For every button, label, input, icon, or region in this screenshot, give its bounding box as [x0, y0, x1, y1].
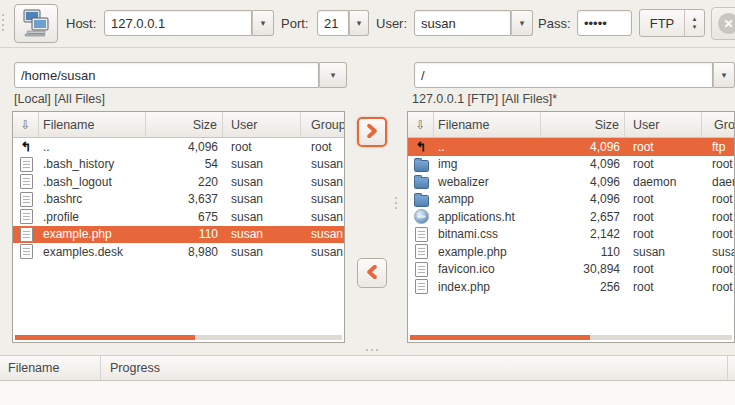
file-name: .bash_logout [39, 175, 146, 189]
table-row[interactable]: .. 4,096 root root [13, 138, 344, 156]
file-type-icon [414, 160, 429, 172]
file-size: 54 [146, 157, 223, 171]
port-input[interactable] [317, 10, 349, 36]
close-icon: ✕ [718, 13, 735, 34]
file-group: susan [301, 227, 344, 241]
remote-header-size[interactable]: Size [541, 112, 625, 137]
file-group: susan [301, 210, 344, 224]
file-name: bitnami.css [434, 227, 541, 241]
file-user: root [625, 157, 702, 171]
local-header-sort[interactable]: ⇩ [13, 112, 39, 137]
local-header-filename[interactable]: Filename [39, 112, 146, 137]
remote-path-dropdown-button[interactable]: ▾ [713, 62, 735, 88]
file-group: root [702, 280, 734, 294]
host-dropdown-button[interactable]: ▾ [252, 10, 274, 36]
file-size: 2,142 [541, 227, 625, 241]
user-input[interactable] [414, 10, 511, 36]
file-size: 4,096 [146, 140, 223, 154]
transfer-to-local-button[interactable] [357, 258, 387, 288]
local-header-group[interactable]: Group [301, 112, 344, 137]
local-path-input[interactable] [14, 62, 319, 88]
remote-list-header: ⇩ Filename Size User Group [408, 112, 734, 138]
file-size: 4,096 [541, 140, 625, 154]
file-user: susan [223, 245, 301, 259]
file-name: examples.desk [39, 245, 146, 259]
table-row[interactable]: bitnami.css 2,142 root root [408, 226, 734, 244]
toolbar-drag-handle[interactable] [2, 14, 4, 31]
local-header-user[interactable]: User [223, 112, 301, 137]
file-size: 2,657 [541, 210, 625, 224]
table-row[interactable]: img 4,096 root root [408, 156, 734, 174]
file-size: 675 [146, 210, 223, 224]
queue-header-progress[interactable]: Progress [101, 356, 728, 380]
host-input[interactable] [104, 10, 252, 36]
local-horizontal-scrollbar[interactable] [15, 335, 342, 340]
file-user: susan [223, 175, 301, 189]
file-size: 30,894 [541, 262, 625, 276]
file-type-icon [20, 192, 33, 207]
transfer-queue-header: Filename Progress [0, 355, 735, 381]
table-row[interactable]: index.php 256 root root [408, 278, 734, 296]
file-name: .. [434, 140, 541, 154]
local-path-dropdown-button[interactable]: ▾ [319, 62, 347, 88]
file-type-icon [415, 262, 428, 277]
remote-header-group[interactable]: Group [702, 112, 734, 137]
transfer-right-icon [366, 124, 378, 141]
pane-splitter-handle[interactable] [395, 197, 397, 209]
queue-header-filename[interactable]: Filename [0, 356, 101, 380]
port-dropdown-button[interactable]: ▾ [349, 10, 369, 36]
remote-rows: .. 4,096 root ftp img 4,096 root root we… [408, 138, 734, 335]
table-row[interactable]: webalizer 4,096 daemon daemon [408, 173, 734, 191]
table-row[interactable]: .bashrc 3,637 susan susan [13, 191, 344, 209]
protocol-selector[interactable]: FTP ▴ ▾ [639, 9, 705, 37]
table-row[interactable]: applications.ht 2,657 root root [408, 208, 734, 226]
file-size: 110 [146, 227, 223, 241]
file-user: susan [223, 227, 301, 241]
table-row[interactable]: examples.desk 8,980 susan susan [13, 243, 344, 261]
chevron-down-icon: ▾ [722, 70, 727, 80]
table-row[interactable]: example.php 110 susan susan [408, 243, 734, 261]
table-row[interactable]: .bash_history 54 susan susan [13, 156, 344, 174]
file-user: root [625, 262, 702, 276]
file-type-icon [415, 279, 428, 294]
port-label: Port: [281, 16, 308, 31]
table-row[interactable]: favicon.ico 30,894 root root [408, 261, 734, 279]
transfer-to-remote-button[interactable] [357, 117, 387, 147]
table-row[interactable]: .bash_logout 220 susan susan [13, 173, 344, 191]
disconnect-button[interactable]: ✕ [711, 7, 735, 40]
spinner-arrows[interactable]: ▴ ▾ [685, 10, 704, 36]
protocol-value: FTP [640, 10, 684, 36]
user-dropdown-button[interactable]: ▾ [511, 10, 533, 36]
remote-header-sort[interactable]: ⇩ [408, 112, 434, 137]
file-type-icon [20, 174, 33, 189]
remote-header-user[interactable]: User [625, 112, 702, 137]
remote-header-filename[interactable]: Filename [434, 112, 541, 137]
table-row[interactable]: xampp 4,096 root root [408, 191, 734, 209]
file-group: susan [301, 192, 344, 206]
user-label: User: [376, 16, 407, 31]
table-row[interactable]: .profile 675 susan susan [13, 208, 344, 226]
file-name: example.php [434, 245, 541, 259]
local-file-list: ⇩ Filename Size User Group .. 4,096 root… [12, 111, 345, 343]
transfer-queue-list[interactable] [0, 381, 735, 405]
spinner-up-icon: ▴ [693, 15, 697, 23]
file-size: 3,637 [146, 192, 223, 206]
remote-path-input[interactable] [414, 62, 713, 88]
scrollbar-thumb[interactable] [410, 335, 590, 340]
local-list-header: ⇩ Filename Size User Group [13, 112, 344, 138]
dual-computers-icon [21, 7, 51, 40]
table-row[interactable]: example.php 110 susan susan [13, 226, 344, 244]
file-type-icon [414, 195, 429, 207]
queue-splitter-handle[interactable] [366, 349, 378, 351]
password-input[interactable] [577, 10, 632, 36]
file-name: .profile [39, 210, 146, 224]
file-type-icon [20, 209, 33, 224]
file-name: xampp [434, 192, 541, 206]
file-user: root [625, 227, 702, 241]
local-header-size[interactable]: Size [146, 112, 223, 137]
remote-horizontal-scrollbar[interactable] [410, 335, 732, 340]
file-group: root [702, 210, 734, 224]
table-row[interactable]: .. 4,096 root ftp [408, 138, 734, 156]
scrollbar-thumb[interactable] [15, 335, 195, 340]
connect-button[interactable] [14, 4, 58, 43]
